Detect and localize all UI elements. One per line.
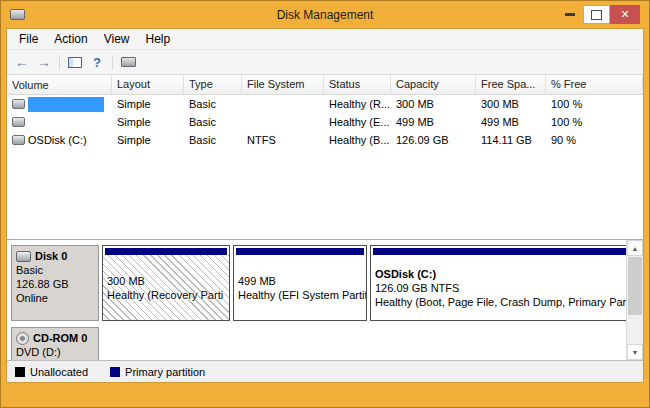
column-header-free-space[interactable]: Free Spa...	[476, 75, 546, 94]
disk0-name: Disk 0	[35, 249, 67, 263]
scroll-up-icon[interactable]: ▲	[627, 240, 643, 256]
disk0-partitions: 300 MB Healthy (Recovery Parti 499 MB He…	[102, 245, 637, 321]
graphical-view-pane: Disk 0 Basic 126.88 GB Online 300 MB Hea…	[7, 239, 643, 360]
menu-bar: File Action View Help	[7, 29, 643, 50]
scrollbar-thumb[interactable]	[628, 257, 642, 315]
partition-recovery[interactable]: 300 MB Healthy (Recovery Parti	[102, 245, 230, 321]
cell-type: Basic	[184, 134, 242, 146]
disk0-type: Basic	[16, 263, 94, 277]
cd-rom-icon	[16, 332, 29, 345]
titlebar[interactable]: Disk Management ✕	[1, 1, 649, 28]
cdrom0-type: DVD (D:)	[16, 345, 94, 359]
volume-icon	[12, 117, 25, 127]
toolbar: ← → ?	[7, 50, 643, 75]
window-title: Disk Management	[1, 8, 649, 22]
disk-management-window: Disk Management ✕ File Action View Help …	[0, 0, 650, 408]
cell-status: Healthy (B...	[324, 134, 391, 146]
cell-pct-free: 100 %	[546, 98, 643, 110]
toolbar-separator	[59, 55, 60, 70]
selection-highlight	[28, 97, 104, 112]
disk-glyph	[121, 57, 136, 67]
legend-label: Primary partition	[125, 366, 205, 378]
close-button[interactable]: ✕	[610, 5, 640, 24]
legend-unallocated: Unallocated	[15, 366, 88, 378]
disk-management-app-icon	[10, 9, 25, 20]
cell-file-system: NTFS	[242, 134, 324, 146]
primary-partition-swatch-icon	[110, 367, 120, 377]
unallocated-swatch-icon	[15, 367, 25, 377]
column-header-layout[interactable]: Layout	[112, 75, 184, 94]
minimize-button[interactable]	[556, 5, 583, 24]
primary-partition-band	[373, 248, 634, 255]
legend-label: Unallocated	[30, 366, 88, 378]
maximize-icon	[591, 10, 602, 20]
scroll-down-icon[interactable]: ▼	[627, 344, 643, 360]
column-header-capacity[interactable]: Capacity	[391, 75, 476, 94]
volume-name: OSDisk (C:)	[28, 134, 87, 146]
cell-pct-free: 100 %	[546, 116, 643, 128]
cell-capacity: 300 MB	[391, 98, 476, 110]
cell-status: Healthy (R...	[324, 98, 391, 110]
console-window-glyph	[68, 57, 82, 68]
volume-row-efi[interactable]: Simple Basic Healthy (E... 499 MB 499 MB…	[7, 113, 643, 131]
cell-capacity: 126.09 GB	[391, 134, 476, 146]
partition-size: 126.09 GB NTFS	[375, 281, 632, 295]
minimize-icon	[565, 13, 575, 16]
cdrom0-label[interactable]: CD-ROM 0 DVD (D:)	[11, 327, 99, 360]
legend-primary-partition: Primary partition	[110, 366, 205, 378]
forward-icon[interactable]: →	[33, 52, 55, 72]
cell-status: Healthy (E...	[324, 116, 391, 128]
maximize-button[interactable]	[583, 5, 610, 24]
menu-help[interactable]: Help	[138, 30, 179, 48]
help-icon[interactable]: ?	[86, 52, 108, 72]
window-controls: ✕	[556, 5, 640, 24]
disk0-label[interactable]: Disk 0 Basic 126.88 GB Online	[11, 245, 99, 321]
partition-osdisk[interactable]: OSDisk (C:) 126.09 GB NTFS Healthy (Boot…	[370, 245, 637, 321]
cell-free-space: 499 MB	[476, 116, 546, 128]
cell-free-space: 300 MB	[476, 98, 546, 110]
column-header-pct-free[interactable]: % Free	[546, 75, 643, 94]
disk0-status: Online	[16, 291, 94, 305]
partition-status: Healthy (EFI System Partit	[238, 288, 362, 302]
volume-table-header: Volume Layout Type File System Status Ca…	[7, 75, 643, 95]
close-icon: ✕	[620, 9, 629, 20]
cell-layout: Simple	[112, 116, 184, 128]
window-body: File Action View Help ← → ? Volume Layou…	[6, 28, 644, 383]
partition-efi[interactable]: 499 MB Healthy (EFI System Partit	[233, 245, 367, 321]
back-icon[interactable]: ←	[11, 52, 33, 72]
column-header-file-system[interactable]: File System	[242, 75, 324, 94]
vertical-scrollbar[interactable]: ▲ ▼	[626, 240, 643, 360]
toolbar-separator	[112, 55, 113, 70]
cell-pct-free: 90 %	[546, 134, 643, 146]
menu-action[interactable]: Action	[46, 30, 95, 48]
cell-capacity: 499 MB	[391, 116, 476, 128]
volume-icon	[12, 99, 25, 109]
primary-partition-band	[105, 248, 227, 255]
volume-list-pane: Volume Layout Type File System Status Ca…	[7, 75, 643, 239]
partition-size: 300 MB	[107, 274, 225, 288]
disk-properties-icon[interactable]	[117, 52, 139, 72]
cell-free-space: 114.11 GB	[476, 134, 546, 146]
legend-bar: Unallocated Primary partition	[7, 360, 643, 382]
disk0-size: 126.88 GB	[16, 277, 94, 291]
cell-layout: Simple	[112, 98, 184, 110]
volume-row-osdisk[interactable]: OSDisk (C:) Simple Basic NTFS Healthy (B…	[7, 131, 643, 149]
column-header-volume[interactable]: Volume	[7, 75, 112, 94]
partition-status: Healthy (Boot, Page File, Crash Dump, Pr…	[375, 295, 632, 309]
column-header-type[interactable]: Type	[184, 75, 242, 94]
partition-name: OSDisk (C:)	[375, 267, 632, 281]
console-tree-icon[interactable]	[64, 52, 86, 72]
disk0-row: Disk 0 Basic 126.88 GB Online 300 MB Hea…	[11, 245, 622, 321]
cell-layout: Simple	[112, 134, 184, 146]
column-header-status[interactable]: Status	[324, 75, 391, 94]
volume-icon	[12, 135, 25, 145]
cell-type: Basic	[184, 98, 242, 110]
cell-type: Basic	[184, 116, 242, 128]
partition-status: Healthy (Recovery Parti	[107, 288, 225, 302]
menu-view[interactable]: View	[96, 30, 138, 48]
volume-row-recovery[interactable]: Simple Basic Healthy (R... 300 MB 300 MB…	[7, 95, 643, 113]
cdrom0-row: CD-ROM 0 DVD (D:)	[11, 327, 622, 360]
hard-drive-icon	[16, 251, 31, 262]
menu-file[interactable]: File	[11, 30, 46, 48]
primary-partition-band	[236, 248, 364, 255]
